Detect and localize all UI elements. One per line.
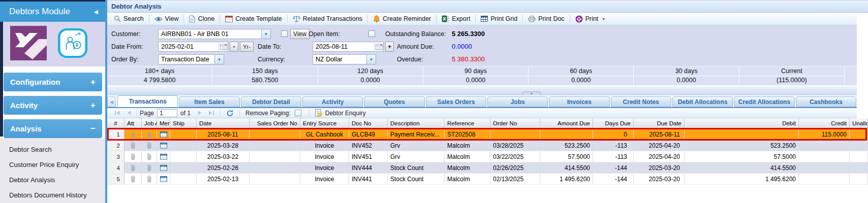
- toolbar-print-doc-button[interactable]: Print Doc: [524, 13, 568, 24]
- sidebar-section-activity[interactable]: Activity+: [4, 96, 102, 115]
- sidebar-section-configuration[interactable]: Configuration+: [4, 73, 102, 91]
- page-number-input[interactable]: 1: [157, 109, 177, 117]
- dropdown-caret-icon[interactable]: ▼: [602, 17, 605, 21]
- column-header-date[interactable]: Date: [197, 118, 250, 128]
- remove-paging-checkbox[interactable]: [295, 110, 301, 116]
- table-row[interactable]: 32025-03-22InvoiceINV451GrvMalcolm03/22/…: [107, 151, 868, 162]
- column-header-doc-no[interactable]: Doc No: [349, 118, 388, 128]
- sidebar-item-debtor-search[interactable]: Debtor Search: [0, 142, 105, 157]
- sidebar-item-customer-price-enquiry[interactable]: Customer Price Enquiry: [0, 157, 105, 173]
- previous-page-icon[interactable]: [123, 110, 134, 116]
- currency-combobox[interactable]: NZ Dollar ▼: [313, 54, 376, 64]
- toolbar-create-template-button[interactable]: Create Template: [221, 13, 286, 24]
- sidebar-item-debtor-analysis[interactable]: Debtor Analysis: [0, 173, 105, 188]
- section-toggle-icon[interactable]: +: [90, 77, 96, 87]
- first-page-icon[interactable]: [111, 110, 123, 116]
- attachment-icon[interactable]: [131, 142, 136, 150]
- column-header-due-date[interactable]: Due Date: [634, 118, 685, 128]
- tab-jobs[interactable]: Jobs: [487, 96, 548, 107]
- column-header-unallo[interactable]: Unallo: [850, 118, 868, 128]
- memo-icon[interactable]: [160, 153, 167, 160]
- section-toggle-icon[interactable]: −: [90, 124, 96, 134]
- chevron-down-icon[interactable]: ▼: [366, 55, 376, 64]
- toolbar-view-button[interactable]: View: [150, 13, 183, 24]
- toolbar-search-button[interactable]: Search: [110, 13, 148, 24]
- section-toggle-icon[interactable]: +: [90, 100, 96, 111]
- tab-credit-allocations[interactable]: Credit Allocations: [734, 96, 794, 107]
- calendar-icon[interactable]: [219, 42, 228, 51]
- toolbar-create-reminder-button[interactable]: Create Reminder: [369, 13, 435, 24]
- column-header-reference[interactable]: Reference: [445, 118, 490, 128]
- tab-invoices[interactable]: Invoices: [549, 96, 609, 107]
- memo-icon[interactable]: [160, 142, 167, 149]
- column-header-entry-source[interactable]: Entry Source: [300, 118, 349, 128]
- column-header-credit[interactable]: Credit: [799, 118, 850, 128]
- attachment-icon[interactable]: [131, 164, 136, 172]
- memo-icon[interactable]: [160, 131, 167, 138]
- tab-cashbooks[interactable]: Cashbooks: [796, 96, 856, 107]
- tab-quotes[interactable]: Quotes: [364, 96, 424, 107]
- tab-item-sales[interactable]: Item Sales: [179, 96, 239, 107]
- sidebar-section-analysis[interactable]: Analysis−: [4, 119, 102, 138]
- collapse-sidebar-icon[interactable]: ◀: [94, 9, 105, 15]
- job-attachment-icon[interactable]: [147, 175, 152, 183]
- debtor-enquiry-icon[interactable]: [312, 109, 325, 117]
- job-attachment-icon[interactable]: [147, 153, 152, 161]
- column-header-order-no[interactable]: Order No: [490, 118, 540, 128]
- column-header-description[interactable]: Description: [388, 118, 445, 128]
- date-to-field[interactable]: 2025-08-11: [313, 42, 384, 52]
- chevron-down-icon[interactable]: ▼: [214, 55, 224, 64]
- year-back-button[interactable]: Yr-: [240, 42, 254, 52]
- column-header-sales-order-no[interactable]: Sales Order No: [250, 118, 300, 128]
- column-header-days-due[interactable]: Days Due: [593, 118, 634, 128]
- date-plus-button[interactable]: +: [385, 42, 394, 52]
- table-row[interactable]: 42025-02-26InvoiceINV444Stock CountMalco…: [107, 162, 868, 174]
- chevron-down-icon[interactable]: ▼: [261, 29, 270, 39]
- refresh-icon[interactable]: [223, 110, 237, 117]
- toolbar-export-button[interactable]: Export: [438, 13, 474, 24]
- date-minus-button[interactable]: -: [230, 42, 238, 52]
- customer-checkbox[interactable]: [281, 30, 288, 37]
- open-item-checkbox[interactable]: [368, 30, 375, 37]
- customer-combobox[interactable]: AIRBNB01 - Air BNB 01 ▼: [158, 29, 271, 39]
- job-attachment-icon[interactable]: [147, 164, 152, 172]
- column-header-memo[interactable]: Memo: [157, 118, 170, 128]
- panel-collapse-handle[interactable]: ▲: [522, 91, 541, 95]
- job-attachment-icon[interactable]: [147, 142, 152, 150]
- last-page-icon[interactable]: [205, 110, 218, 116]
- table-row[interactable]: 22025-03-28InvoiceINV452GrvMalcolm03/28/…: [107, 140, 868, 151]
- debtor-enquiry-label[interactable]: Debtor Enquiry: [325, 110, 366, 117]
- column-header-amount-due[interactable]: Amount Due: [540, 118, 593, 128]
- toolbar-related-transactions-button[interactable]: Related Transactions: [289, 13, 366, 24]
- tab-sales-orders[interactable]: Sales Orders: [426, 96, 486, 107]
- toolbar-print-grid-button[interactable]: Print Grid: [477, 13, 521, 24]
- tab-scroll-left-icon[interactable]: ◀: [107, 96, 116, 107]
- view-customer-button[interactable]: View: [290, 29, 309, 39]
- column-header-debit[interactable]: Debit: [685, 118, 799, 128]
- table-row[interactable]: 52025-02-13InvoiceINV441Stock CountMalco…: [107, 174, 868, 185]
- memo-icon[interactable]: [160, 164, 167, 171]
- tab-debit-allocations[interactable]: Debit Allocations: [672, 96, 733, 107]
- order-by-combobox[interactable]: Transaction Date ▼: [158, 54, 224, 64]
- tab-credit-notes[interactable]: Credit Notes: [611, 96, 671, 107]
- table-row[interactable]: 12025-08-11GL CashbookGLCB49Payment Rece…: [107, 129, 868, 140]
- attachment-icon[interactable]: [131, 175, 136, 183]
- calendar-icon[interactable]: [374, 42, 383, 51]
- column-header-ship[interactable]: Ship: [170, 118, 197, 128]
- column-header-[interactable]: #: [107, 118, 125, 128]
- tab-transactions[interactable]: Transactions: [117, 95, 178, 107]
- date-from-field[interactable]: 2025-02-01: [158, 42, 228, 52]
- toolbar-clone-button[interactable]: Clone: [185, 13, 219, 24]
- memo-icon[interactable]: [160, 176, 167, 182]
- next-page-icon[interactable]: [195, 110, 205, 116]
- sidebar-header[interactable]: Debtors Module ◀: [0, 2, 105, 22]
- toolbar-print-button[interactable]: Print▼: [571, 13, 610, 24]
- tab-debtor-detail[interactable]: Debtor Detail: [241, 96, 301, 107]
- tab-activity[interactable]: Activity: [302, 96, 363, 107]
- sidebar-item-debtors-document-history[interactable]: Debtors Document History: [0, 188, 105, 203]
- column-header-job-al[interactable]: Job Al: [142, 118, 157, 128]
- job-attachment-icon[interactable]: [147, 130, 152, 139]
- attachment-icon[interactable]: [131, 153, 136, 161]
- attachment-icon[interactable]: [131, 130, 136, 139]
- column-header-att[interactable]: Att: [125, 118, 142, 128]
